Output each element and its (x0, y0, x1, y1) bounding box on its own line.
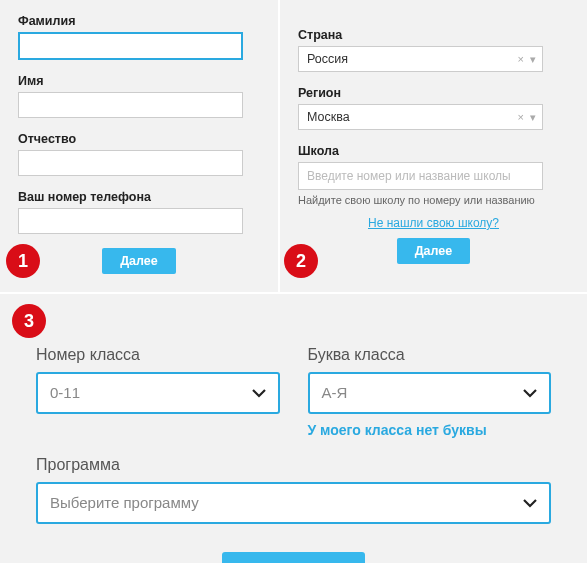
step1-panel: Фамилия Имя Отчество Ваш номер телефона … (0, 0, 280, 292)
program-label: Программа (36, 456, 551, 474)
step2-next-button[interactable]: Далее (397, 238, 471, 264)
no-letter-link[interactable]: У моего класса нет буквы (308, 422, 552, 438)
step3-next-button[interactable]: Далее (222, 552, 364, 563)
step1-next-button[interactable]: Далее (102, 248, 176, 274)
program-select[interactable]: Выберите программу (36, 482, 551, 524)
program-value: Выберите программу (50, 494, 199, 511)
name-input[interactable] (18, 92, 243, 118)
step2-badge: 2 (284, 244, 318, 278)
class-number-label: Номер класса (36, 346, 280, 364)
country-select[interactable]: Россия × ▾ (298, 46, 543, 72)
chevron-down-icon (252, 374, 266, 412)
class-number-select[interactable]: 0-11 (36, 372, 280, 414)
name-label: Имя (18, 74, 260, 88)
region-value: Москва (307, 110, 350, 124)
step3-panel: 3 Номер класса 0-11 Буква класса А-Я У м… (0, 292, 587, 563)
class-letter-label: Буква класса (308, 346, 552, 364)
chevron-down-icon (523, 374, 537, 412)
step2-panel: Страна Россия × ▾ Регион Москва × ▾ Школ… (280, 0, 587, 292)
step3-badge: 3 (12, 304, 46, 338)
class-letter-value: А-Я (322, 384, 348, 401)
school-hint: Найдите свою школу по номеру или названи… (298, 194, 569, 206)
school-not-found-link[interactable]: Не нашли свою школу? (298, 216, 569, 230)
clear-icon[interactable]: × (518, 47, 524, 71)
country-value: Россия (307, 52, 348, 66)
patronymic-input[interactable] (18, 150, 243, 176)
class-number-value: 0-11 (50, 384, 80, 401)
country-label: Страна (298, 28, 569, 42)
class-letter-select[interactable]: А-Я (308, 372, 552, 414)
school-input[interactable] (298, 162, 543, 190)
phone-input[interactable] (18, 208, 243, 234)
chevron-down-icon[interactable]: ▾ (530, 105, 536, 129)
clear-icon[interactable]: × (518, 105, 524, 129)
phone-label: Ваш номер телефона (18, 190, 260, 204)
chevron-down-icon[interactable]: ▾ (530, 47, 536, 71)
surname-label: Фамилия (18, 14, 260, 28)
school-label: Школа (298, 144, 569, 158)
step1-badge: 1 (6, 244, 40, 278)
region-select[interactable]: Москва × ▾ (298, 104, 543, 130)
region-label: Регион (298, 86, 569, 100)
chevron-down-icon (523, 484, 537, 522)
surname-input[interactable] (18, 32, 243, 60)
patronymic-label: Отчество (18, 132, 260, 146)
